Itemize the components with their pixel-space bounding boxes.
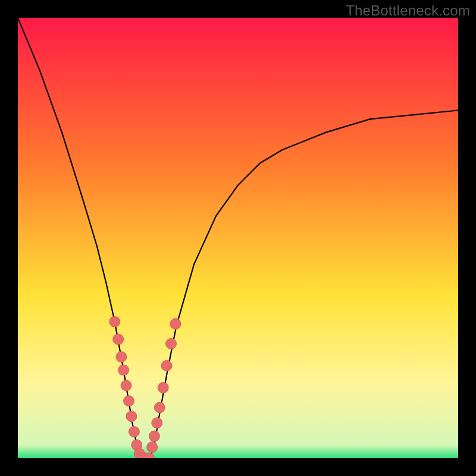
heatmap-background [18, 18, 458, 458]
marker-point [161, 361, 172, 371]
plot-area [18, 18, 458, 458]
marker-point [154, 402, 165, 413]
marker-point [113, 334, 124, 345]
marker-point [121, 380, 131, 391]
marker-point [118, 365, 129, 375]
chart-frame: TheBottleneck.com [0, 0, 476, 476]
marker-point [166, 339, 177, 349]
marker-point [158, 383, 168, 393]
marker-point [126, 411, 137, 422]
marker-point [109, 317, 120, 327]
marker-point [116, 352, 127, 362]
marker-point [124, 396, 134, 406]
chart-svg [18, 18, 458, 458]
marker-point [147, 442, 158, 453]
marker-point [149, 431, 159, 441]
marker-point [152, 418, 162, 428]
watermark-text: TheBottleneck.com [346, 2, 470, 19]
marker-point [170, 318, 181, 329]
marker-point [129, 427, 139, 437]
